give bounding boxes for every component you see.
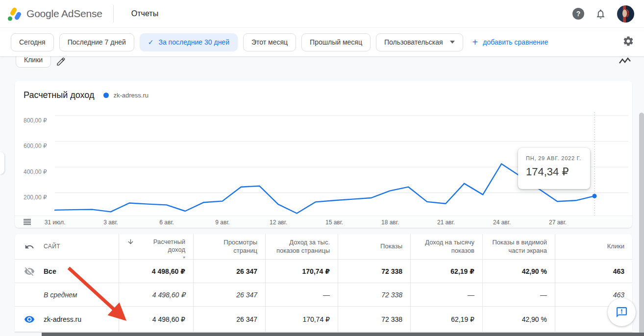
- page-title: Отчеты: [131, 9, 158, 18]
- notifications-bell-icon[interactable]: [595, 8, 606, 20]
- edit-pencil-icon[interactable]: [56, 56, 66, 69]
- user-avatar[interactable]: [617, 5, 634, 23]
- report-content: Клики Расчетный доход zk-adress.ru 800,0…: [0, 56, 644, 336]
- cell-revenue: 4 498,60 ₽: [119, 260, 194, 283]
- cell-page-rpm: 170,74 ₽: [266, 260, 338, 283]
- brand-text: Google AdSense: [26, 8, 102, 20]
- cell-impression-rpm: 62,19 ₽: [411, 307, 483, 332]
- cell-viewability: —: [483, 283, 555, 307]
- chevron-down-icon: [450, 41, 455, 44]
- chip-last-7-days[interactable]: Последние 7 дней: [59, 33, 134, 51]
- cell-impressions: 72 338: [338, 260, 411, 283]
- column-header-pageviews[interactable]: Просмотры страниц: [194, 234, 266, 260]
- chip-last-30-days[interactable]: ✓ За последние 30 дней: [140, 33, 238, 51]
- top-app-bar: Google AdSense Отчеты ?: [0, 0, 644, 28]
- metric-chip-clicks[interactable]: Клики: [16, 56, 51, 68]
- x-axis-label: 15 авг.: [325, 219, 343, 226]
- check-icon: ✓: [148, 38, 154, 46]
- y-axis-label: 200,00 ₽: [24, 194, 47, 201]
- hovered-point-dot: [593, 194, 597, 198]
- cell-pageviews: 26 347: [194, 307, 266, 332]
- column-header-page-rpm[interactable]: Доход за тыс. показов страницы: [266, 234, 338, 260]
- cell-page-rpm: 170,74 ₽: [266, 307, 338, 332]
- column-header-site[interactable]: САЙТ: [15, 234, 119, 260]
- cell-impression-rpm: 62,19 ₽: [411, 260, 483, 283]
- sites-table: САЙТ Расчетный доход * Просмотры страниц…: [15, 234, 632, 332]
- column-header-revenue[interactable]: Расчетный доход *: [119, 234, 194, 260]
- side-panel-handle[interactable]: [0, 152, 4, 174]
- vertical-scrollbar[interactable]: [639, 113, 644, 336]
- y-axis-label: 800,00 ₽: [24, 117, 47, 124]
- x-axis-label: 3 авг.: [103, 219, 118, 226]
- table-row-zk-adress[interactable]: zk-adress.ru: [15, 307, 119, 332]
- cell-clicks: 463: [555, 260, 632, 283]
- x-axis-label: 21 авг.: [437, 219, 455, 226]
- x-axis-label: 9 авг.: [215, 219, 229, 226]
- chip-this-month[interactable]: Этот месяц: [243, 33, 296, 51]
- table-row-average: В среднем: [15, 283, 119, 307]
- collapse-chart-icon[interactable]: [619, 57, 631, 67]
- cell-impression-rpm: —: [411, 283, 483, 307]
- column-header-viewability[interactable]: Показы в видимой части экрана: [483, 234, 555, 260]
- horizontal-scrollbar[interactable]: [42, 333, 644, 336]
- undo-icon[interactable]: [24, 242, 35, 252]
- column-header-clicks[interactable]: Клики: [555, 234, 632, 260]
- x-axis-strip: 31 июл. 3 авг. 6 авг. 9 авг. 12 авг. 15 …: [15, 216, 632, 228]
- x-axis-label: 6 авг.: [159, 219, 173, 226]
- column-header-impression-rpm[interactable]: Доход на тысячу показов: [411, 234, 483, 260]
- adsense-logo[interactable]: Google AdSense: [7, 6, 102, 22]
- table-row-all-site[interactable]: Все: [15, 260, 119, 283]
- cell-pageviews: 26 347: [194, 283, 266, 307]
- cell-revenue: 4 498,60 ₽: [119, 283, 194, 307]
- x-axis-label: 12 авг.: [270, 219, 287, 226]
- chart-card: Расчетный доход zk-adress.ru 800,00 ₽ 60…: [15, 81, 632, 228]
- cell-impressions: 72 338: [338, 307, 411, 332]
- cell-revenue: 4 498,60 ₽: [119, 307, 194, 332]
- plus-icon: +: [472, 37, 478, 47]
- cell-viewability: 42,90 %: [483, 260, 555, 283]
- help-icon[interactable]: ?: [572, 8, 584, 20]
- divider: [113, 5, 114, 23]
- chip-last-month[interactable]: Прошлый месяц: [301, 33, 371, 51]
- tooltip-date: ПН, 29 АВГ. 2022 Г.: [526, 155, 582, 161]
- feedback-chat-icon: [616, 306, 628, 318]
- x-axis-label: 18 авг.: [381, 219, 399, 226]
- y-axis-label: 400,00 ₽: [24, 168, 47, 175]
- column-header-impressions[interactable]: Показы: [338, 234, 411, 260]
- chip-today[interactable]: Сегодня: [11, 33, 54, 51]
- feedback-button[interactable]: [608, 298, 636, 326]
- eye-off-icon[interactable]: [24, 266, 35, 277]
- cell-pageviews: 26 347: [194, 260, 266, 283]
- revenue-series-line: [55, 164, 594, 213]
- eye-visible-icon[interactable]: [24, 314, 35, 325]
- sort-descending-icon: [127, 238, 134, 247]
- tooltip-value: 174,34 ₽: [526, 166, 582, 178]
- date-filter-bar: Сегодня Последние 7 дней ✓ За последние …: [0, 28, 644, 56]
- add-comparison-button[interactable]: + добавить сравнение: [472, 37, 548, 47]
- cell-viewability: 42,90 %: [483, 307, 555, 332]
- axis-list-icon[interactable]: [24, 218, 31, 227]
- cell-page-rpm: —: [266, 283, 338, 307]
- y-axis-label: 600,00 ₽: [24, 143, 47, 149]
- chart-tooltip: ПН, 29 АВГ. 2022 Г. 174,34 ₽: [518, 148, 590, 189]
- x-axis-label: 24 авг.: [493, 219, 511, 226]
- adsense-logo-icon: [7, 6, 23, 22]
- x-axis-label: 31 июл.: [45, 219, 65, 226]
- chip-custom-range[interactable]: Пользовательская: [376, 33, 463, 51]
- cell-impressions: 72 338: [338, 283, 411, 307]
- settings-gear-icon[interactable]: [622, 35, 634, 49]
- x-axis-label: 27 авг.: [549, 219, 567, 226]
